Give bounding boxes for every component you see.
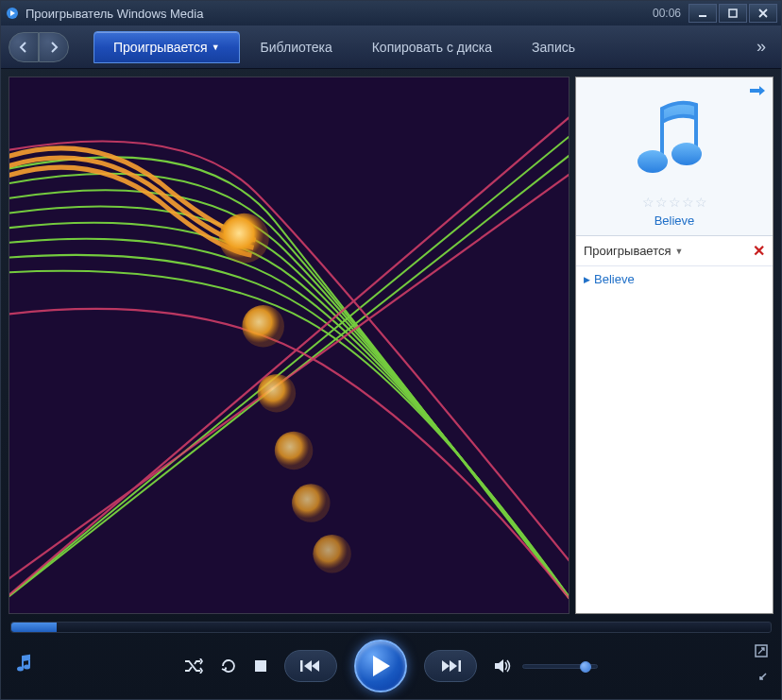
tab-label: Библиотека bbox=[261, 40, 332, 55]
svg-marker-23 bbox=[495, 659, 503, 673]
svg-marker-20 bbox=[442, 660, 450, 672]
rating-stars[interactable]: ☆ ☆ ☆ ☆ ☆ bbox=[642, 195, 707, 210]
track-label: Believe bbox=[594, 272, 635, 286]
maximize-button[interactable] bbox=[719, 4, 747, 23]
volume-handle[interactable] bbox=[580, 661, 591, 673]
tab-burn[interactable]: Запись bbox=[513, 31, 594, 63]
svg-rect-15 bbox=[255, 660, 266, 672]
nav-forward-button[interactable] bbox=[39, 32, 69, 62]
compact-mode-button[interactable] bbox=[755, 672, 768, 688]
svg-point-12 bbox=[672, 143, 702, 165]
shuffle-button[interactable] bbox=[184, 658, 203, 674]
app-icon bbox=[5, 6, 20, 21]
window-title: Проигрыватель Windows Media bbox=[26, 7, 653, 21]
now-playing-sidebar: ☆ ☆ ☆ ☆ ☆ Believe Проигрывается ▼ ✕ ▶ Be bbox=[575, 77, 774, 614]
fullscreen-button[interactable] bbox=[755, 644, 768, 660]
svg-point-8 bbox=[275, 432, 314, 470]
tab-now-playing[interactable]: Проигрывается ▼ bbox=[94, 31, 240, 63]
playlist-header-label: Проигрывается bbox=[584, 244, 672, 258]
svg-point-13 bbox=[17, 667, 24, 672]
volume-slider[interactable] bbox=[522, 664, 598, 669]
playback-controls bbox=[1, 633, 781, 699]
svg-point-10 bbox=[313, 535, 351, 573]
svg-rect-22 bbox=[459, 660, 462, 672]
repeat-button[interactable] bbox=[220, 657, 237, 674]
playlist-header: Проигрывается ▼ ✕ bbox=[576, 236, 773, 266]
svg-marker-17 bbox=[304, 660, 312, 672]
album-art[interactable] bbox=[613, 94, 736, 189]
seek-bar[interactable] bbox=[10, 622, 772, 633]
nav-back-button[interactable] bbox=[8, 32, 39, 62]
svg-point-9 bbox=[292, 484, 331, 522]
svg-point-5 bbox=[219, 213, 269, 264]
playing-indicator-icon: ▶ bbox=[584, 275, 590, 284]
svg-marker-18 bbox=[312, 660, 319, 672]
minimize-button[interactable] bbox=[688, 4, 717, 23]
navbar: Проигрывается ▼ Библиотека Копировать с … bbox=[1, 26, 781, 69]
tab-label: Запись bbox=[532, 40, 575, 55]
clear-playlist-button[interactable]: ✕ bbox=[753, 242, 765, 260]
star-icon: ☆ bbox=[695, 195, 707, 210]
tab-label: Копировать с диска bbox=[372, 40, 492, 55]
chevron-down-icon: ▼ bbox=[675, 247, 684, 256]
playlist-item[interactable]: ▶ Believe bbox=[584, 270, 765, 288]
tab-label: Проигрывается bbox=[113, 40, 208, 55]
playback-time: 00:06 bbox=[653, 7, 681, 20]
expand-arrow-icon[interactable] bbox=[750, 83, 765, 100]
nav-overflow-button[interactable]: » bbox=[749, 37, 774, 57]
star-icon: ☆ bbox=[655, 195, 668, 210]
svg-point-6 bbox=[242, 305, 284, 348]
svg-point-11 bbox=[638, 150, 668, 173]
switch-to-library-icon[interactable] bbox=[16, 654, 35, 678]
svg-marker-19 bbox=[373, 656, 390, 676]
svg-marker-21 bbox=[450, 660, 457, 672]
album-panel: ☆ ☆ ☆ ☆ ☆ Believe bbox=[576, 77, 773, 236]
seek-progress bbox=[11, 623, 57, 632]
play-button[interactable] bbox=[354, 640, 407, 692]
svg-point-7 bbox=[258, 374, 297, 413]
visualization-pane[interactable] bbox=[8, 77, 570, 614]
playlist: ▶ Believe bbox=[576, 266, 773, 613]
close-button[interactable] bbox=[749, 4, 777, 23]
chevron-down-icon: ▼ bbox=[212, 43, 220, 52]
svg-rect-16 bbox=[300, 660, 303, 672]
playlist-dropdown[interactable]: Проигрывается ▼ bbox=[584, 244, 683, 258]
tab-rip[interactable]: Копировать с диска bbox=[353, 31, 511, 63]
titlebar: Проигрыватель Windows Media 00:06 bbox=[1, 1, 781, 26]
svg-rect-2 bbox=[699, 15, 706, 17]
tab-library[interactable]: Библиотека bbox=[242, 31, 351, 63]
svg-point-14 bbox=[24, 665, 30, 670]
star-icon: ☆ bbox=[682, 195, 694, 210]
next-button[interactable] bbox=[434, 655, 467, 677]
previous-button[interactable] bbox=[295, 655, 327, 677]
svg-rect-3 bbox=[729, 9, 737, 17]
star-icon: ☆ bbox=[642, 195, 654, 210]
star-icon: ☆ bbox=[669, 195, 681, 210]
stop-button[interactable] bbox=[254, 659, 267, 673]
mute-button[interactable] bbox=[494, 658, 513, 674]
album-title[interactable]: Believe bbox=[654, 213, 695, 228]
